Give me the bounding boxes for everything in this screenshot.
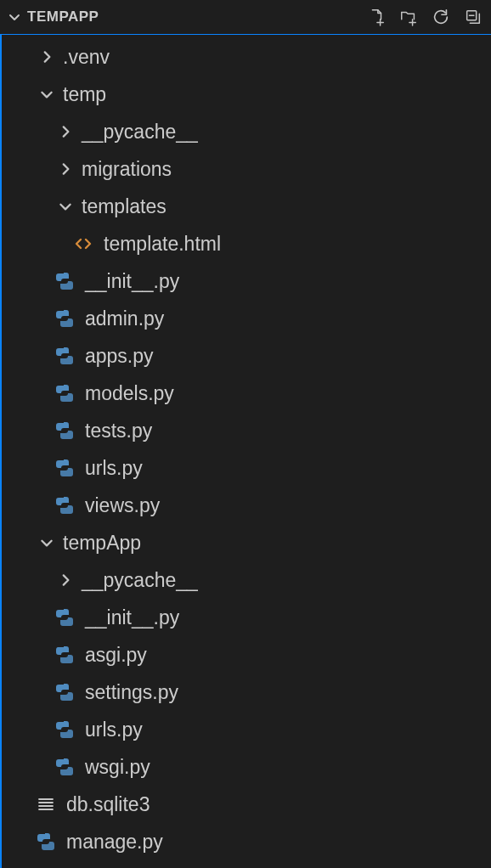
chevron-right-icon (58, 572, 73, 588)
tree-folder[interactable]: __pycache__ (2, 561, 491, 599)
tree-file[interactable]: __init__.py (2, 599, 491, 636)
tree-file[interactable]: tests.py (2, 412, 491, 449)
python-icon (53, 606, 76, 629)
file-tree: .venvtemp__pycache__migrationstemplatest… (0, 34, 491, 868)
chevron-down-icon (58, 199, 73, 214)
collapse-all-icon[interactable] (464, 8, 483, 26)
tree-item-label: __pycache__ (82, 121, 198, 144)
python-icon (53, 493, 76, 517)
tree-item-label: tests.py (85, 420, 152, 442)
tree-file[interactable]: asgi.py (2, 636, 491, 674)
tree-file[interactable]: views.py (2, 487, 491, 524)
tree-file[interactable]: db.sqlite3 (2, 786, 491, 823)
tree-item-label: templates (82, 195, 166, 218)
explorer-actions (367, 8, 483, 26)
tree-file[interactable]: urls.py (2, 711, 491, 748)
chevron-down-icon (7, 9, 22, 25)
tree-folder[interactable]: tempApp (2, 524, 491, 561)
python-icon (53, 381, 76, 405)
tree-file[interactable]: urls.py (2, 449, 491, 487)
tree-item-label: wsgi.py (85, 756, 150, 779)
python-icon (53, 680, 76, 704)
tree-item-label: manage.py (66, 831, 163, 854)
explorer-root-title: TEMPAPP (27, 8, 99, 25)
tree-folder[interactable]: .venv (2, 38, 491, 76)
tree-folder[interactable]: templates (2, 188, 491, 225)
tree-file[interactable]: manage.py (2, 823, 491, 860)
explorer-header: TEMPAPP (0, 0, 491, 34)
tree-item-label: __init__.py (85, 270, 179, 293)
python-icon (53, 269, 76, 293)
tree-item-label: template.html (104, 233, 221, 256)
tree-file[interactable]: __init__.py (2, 262, 491, 300)
tree-item-label: urls.py (85, 719, 143, 741)
tree-item-label: temp (63, 83, 106, 106)
chevron-right-icon (39, 49, 54, 65)
python-icon (53, 344, 76, 368)
tree-item-label: apps.py (85, 345, 154, 368)
python-icon (53, 718, 76, 741)
tree-file[interactable]: apps.py (2, 337, 491, 375)
python-icon (53, 755, 76, 779)
chevron-right-icon (58, 124, 73, 139)
python-icon (53, 307, 76, 330)
tree-item-label: .venv (63, 46, 110, 69)
explorer-header-left[interactable]: TEMPAPP (7, 8, 99, 25)
database-icon (34, 792, 58, 816)
tree-file[interactable]: admin.py (2, 300, 491, 337)
tree-item-label: __init__.py (85, 606, 179, 629)
python-icon (34, 830, 58, 854)
tree-item-label: tempApp (63, 532, 141, 555)
chevron-down-icon (39, 87, 54, 102)
tree-item-label: admin.py (85, 307, 164, 330)
tree-file[interactable]: models.py (2, 375, 491, 412)
tree-item-label: migrations (82, 158, 172, 181)
python-icon (53, 456, 76, 480)
tree-item-label: urls.py (85, 457, 143, 480)
tree-file[interactable]: template.html (2, 225, 491, 262)
new-file-icon[interactable] (367, 8, 386, 26)
chevron-right-icon (58, 161, 73, 177)
tree-item-label: views.py (85, 494, 160, 517)
tree-item-label: asgi.py (85, 644, 147, 667)
tree-folder[interactable]: __pycache__ (2, 113, 491, 150)
python-icon (53, 643, 76, 667)
tree-folder[interactable]: temp (2, 76, 491, 113)
refresh-icon[interactable] (432, 8, 450, 26)
tree-item-label: db.sqlite3 (66, 793, 150, 816)
tree-item-label: settings.py (85, 681, 178, 704)
tree-file[interactable]: wsgi.py (2, 748, 491, 786)
tree-item-label: models.py (85, 382, 174, 405)
html-icon (71, 232, 95, 256)
tree-folder[interactable]: migrations (2, 150, 491, 188)
chevron-down-icon (39, 535, 54, 550)
tree-file[interactable]: settings.py (2, 674, 491, 711)
python-icon (53, 419, 76, 442)
tree-item-label: __pycache__ (82, 569, 198, 592)
new-folder-icon[interactable] (399, 8, 418, 26)
